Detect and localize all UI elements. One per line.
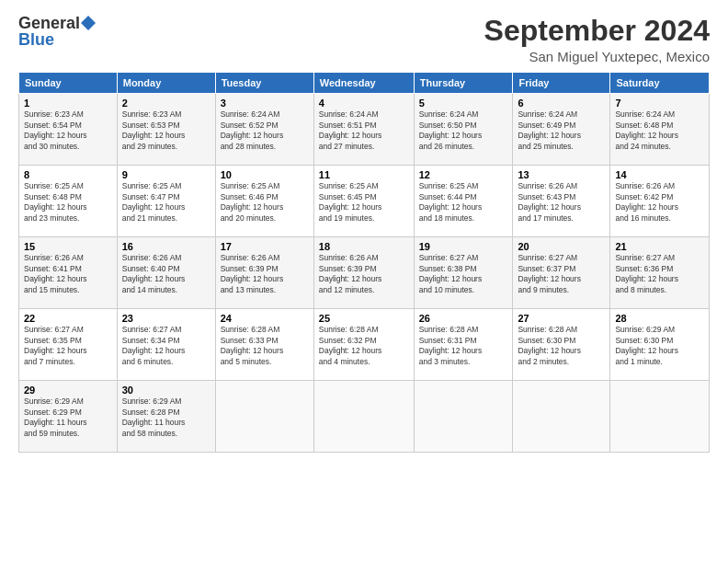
- day-number: 15: [24, 241, 112, 252]
- day-info: Sunrise: 6:29 AM Sunset: 6:30 PM Dayligh…: [615, 325, 704, 367]
- day-number: 7: [615, 98, 704, 109]
- day-info: Sunrise: 6:25 AM Sunset: 6:46 PM Dayligh…: [221, 181, 309, 224]
- calendar-cell: 23Sunrise: 6:27 AM Sunset: 6:34 PM Dayli…: [117, 309, 215, 381]
- calendar-cell: 10Sunrise: 6:25 AM Sunset: 6:46 PM Dayli…: [215, 166, 313, 237]
- calendar-week-3: 15Sunrise: 6:26 AM Sunset: 6:41 PM Dayli…: [19, 237, 710, 309]
- day-number: 3: [221, 98, 309, 109]
- day-info: Sunrise: 6:29 AM Sunset: 6:29 PM Dayligh…: [24, 396, 112, 439]
- calendar-cell: 12Sunrise: 6:25 AM Sunset: 6:44 PM Dayli…: [414, 166, 513, 237]
- col-monday: Monday: [117, 73, 215, 94]
- calendar-cell: 21Sunrise: 6:27 AM Sunset: 6:36 PM Dayli…: [610, 237, 710, 309]
- day-number: 21: [615, 241, 704, 252]
- calendar-cell: 14Sunrise: 6:26 AM Sunset: 6:42 PM Dayli…: [610, 166, 710, 237]
- day-number: 30: [122, 385, 210, 396]
- day-number: 8: [24, 169, 112, 180]
- calendar-cell: 29Sunrise: 6:29 AM Sunset: 6:29 PM Dayli…: [19, 381, 118, 453]
- day-info: Sunrise: 6:24 AM Sunset: 6:50 PM Dayligh…: [419, 109, 508, 152]
- day-number: 6: [518, 98, 605, 109]
- day-info: Sunrise: 6:28 AM Sunset: 6:32 PM Dayligh…: [319, 325, 409, 367]
- day-info: Sunrise: 6:27 AM Sunset: 6:37 PM Dayligh…: [518, 253, 605, 295]
- calendar-cell: 17Sunrise: 6:26 AM Sunset: 6:39 PM Dayli…: [215, 237, 313, 309]
- day-number: 17: [221, 241, 309, 252]
- header-row: Sunday Monday Tuesday Wednesday Thursday…: [19, 73, 710, 94]
- day-number: 19: [419, 241, 508, 252]
- day-info: Sunrise: 6:28 AM Sunset: 6:31 PM Dayligh…: [419, 325, 508, 367]
- day-number: 25: [319, 313, 409, 324]
- day-number: 18: [319, 241, 409, 252]
- page: General Blue September 2024 San Miguel Y…: [0, 0, 728, 563]
- calendar-cell: 26Sunrise: 6:28 AM Sunset: 6:31 PM Dayli…: [414, 309, 513, 381]
- day-info: Sunrise: 6:28 AM Sunset: 6:33 PM Dayligh…: [221, 325, 309, 367]
- day-number: 5: [419, 98, 508, 109]
- col-thursday: Thursday: [414, 73, 513, 94]
- calendar-cell: 19Sunrise: 6:27 AM Sunset: 6:38 PM Dayli…: [414, 237, 513, 309]
- day-info: Sunrise: 6:26 AM Sunset: 6:39 PM Dayligh…: [221, 253, 309, 295]
- svg-marker-0: [81, 16, 96, 30]
- day-number: 28: [615, 313, 704, 324]
- calendar-cell: 13Sunrise: 6:26 AM Sunset: 6:43 PM Dayli…: [513, 166, 610, 237]
- logo: General Blue: [18, 15, 96, 48]
- col-tuesday: Tuesday: [215, 73, 313, 94]
- calendar-cell: 27Sunrise: 6:28 AM Sunset: 6:30 PM Dayli…: [513, 309, 610, 381]
- calendar-week-2: 8Sunrise: 6:25 AM Sunset: 6:48 PM Daylig…: [19, 166, 710, 237]
- day-info: Sunrise: 6:26 AM Sunset: 6:39 PM Dayligh…: [319, 253, 409, 295]
- day-info: Sunrise: 6:26 AM Sunset: 6:41 PM Dayligh…: [24, 253, 112, 295]
- day-info: Sunrise: 6:27 AM Sunset: 6:38 PM Dayligh…: [419, 253, 508, 295]
- day-info: Sunrise: 6:23 AM Sunset: 6:53 PM Dayligh…: [122, 109, 210, 152]
- header: General Blue September 2024 San Miguel Y…: [18, 15, 710, 64]
- month-title: September 2024: [484, 15, 710, 47]
- calendar-cell: 6Sunrise: 6:24 AM Sunset: 6:49 PM Daylig…: [513, 94, 610, 166]
- calendar-cell: [414, 381, 513, 453]
- day-info: Sunrise: 6:27 AM Sunset: 6:34 PM Dayligh…: [122, 325, 210, 367]
- day-number: 20: [518, 241, 605, 252]
- day-number: 2: [122, 98, 210, 109]
- calendar-cell: [215, 381, 313, 453]
- day-info: Sunrise: 6:26 AM Sunset: 6:43 PM Dayligh…: [518, 181, 605, 224]
- day-info: Sunrise: 6:28 AM Sunset: 6:30 PM Dayligh…: [518, 325, 605, 367]
- title-block: September 2024 San Miguel Yuxtepec, Mexi…: [484, 15, 710, 64]
- day-info: Sunrise: 6:24 AM Sunset: 6:48 PM Dayligh…: [615, 109, 704, 152]
- calendar-cell: 15Sunrise: 6:26 AM Sunset: 6:41 PM Dayli…: [19, 237, 118, 309]
- calendar-cell: [313, 381, 414, 453]
- day-number: 13: [518, 169, 605, 180]
- day-info: Sunrise: 6:26 AM Sunset: 6:42 PM Dayligh…: [615, 181, 704, 224]
- day-info: Sunrise: 6:25 AM Sunset: 6:48 PM Dayligh…: [24, 181, 112, 224]
- day-info: Sunrise: 6:27 AM Sunset: 6:36 PM Dayligh…: [615, 253, 704, 295]
- day-number: 29: [24, 385, 112, 396]
- day-number: 14: [615, 169, 704, 180]
- day-info: Sunrise: 6:24 AM Sunset: 6:52 PM Dayligh…: [221, 109, 309, 152]
- logo-blue: Blue: [18, 31, 54, 48]
- day-info: Sunrise: 6:23 AM Sunset: 6:54 PM Dayligh…: [24, 109, 112, 152]
- day-info: Sunrise: 6:25 AM Sunset: 6:45 PM Dayligh…: [319, 181, 409, 224]
- day-number: 1: [24, 98, 112, 109]
- day-number: 11: [319, 169, 409, 180]
- day-info: Sunrise: 6:27 AM Sunset: 6:35 PM Dayligh…: [24, 325, 112, 367]
- day-number: 12: [419, 169, 508, 180]
- calendar-cell: 20Sunrise: 6:27 AM Sunset: 6:37 PM Dayli…: [513, 237, 610, 309]
- day-number: 24: [221, 313, 309, 324]
- calendar-cell: 4Sunrise: 6:24 AM Sunset: 6:51 PM Daylig…: [313, 94, 414, 166]
- day-info: Sunrise: 6:26 AM Sunset: 6:40 PM Dayligh…: [122, 253, 210, 295]
- calendar-table: Sunday Monday Tuesday Wednesday Thursday…: [18, 72, 710, 453]
- location-title: San Miguel Yuxtepec, Mexico: [484, 49, 710, 64]
- calendar-cell: 1Sunrise: 6:23 AM Sunset: 6:54 PM Daylig…: [19, 94, 118, 166]
- calendar-cell: 2Sunrise: 6:23 AM Sunset: 6:53 PM Daylig…: [117, 94, 215, 166]
- calendar-cell: 18Sunrise: 6:26 AM Sunset: 6:39 PM Dayli…: [313, 237, 414, 309]
- logo-general: General: [18, 15, 80, 31]
- day-number: 9: [122, 169, 210, 180]
- day-info: Sunrise: 6:29 AM Sunset: 6:28 PM Dayligh…: [122, 396, 210, 439]
- day-number: 23: [122, 313, 210, 324]
- calendar-cell: 28Sunrise: 6:29 AM Sunset: 6:30 PM Dayli…: [610, 309, 710, 381]
- day-number: 10: [221, 169, 309, 180]
- day-number: 27: [518, 313, 605, 324]
- calendar-cell: 11Sunrise: 6:25 AM Sunset: 6:45 PM Dayli…: [313, 166, 414, 237]
- calendar-cell: 25Sunrise: 6:28 AM Sunset: 6:32 PM Dayli…: [313, 309, 414, 381]
- day-info: Sunrise: 6:25 AM Sunset: 6:44 PM Dayligh…: [419, 181, 508, 224]
- calendar-cell: 16Sunrise: 6:26 AM Sunset: 6:40 PM Dayli…: [117, 237, 215, 309]
- calendar-week-4: 22Sunrise: 6:27 AM Sunset: 6:35 PM Dayli…: [19, 309, 710, 381]
- col-sunday: Sunday: [19, 73, 118, 94]
- calendar-cell: 3Sunrise: 6:24 AM Sunset: 6:52 PM Daylig…: [215, 94, 313, 166]
- calendar-cell: 9Sunrise: 6:25 AM Sunset: 6:47 PM Daylig…: [117, 166, 215, 237]
- calendar-cell: 24Sunrise: 6:28 AM Sunset: 6:33 PM Dayli…: [215, 309, 313, 381]
- day-info: Sunrise: 6:24 AM Sunset: 6:49 PM Dayligh…: [518, 109, 605, 152]
